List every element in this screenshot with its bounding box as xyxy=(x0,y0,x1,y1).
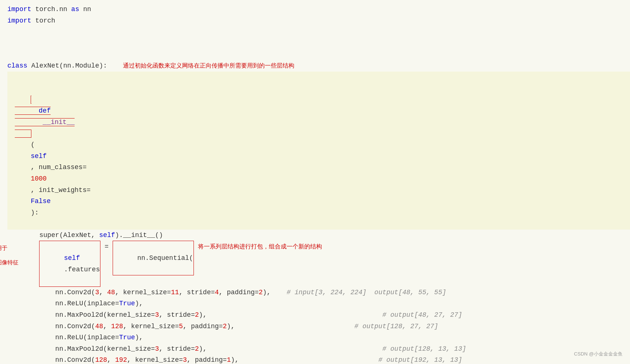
false1: False xyxy=(31,198,51,205)
def-box: def __init__ xyxy=(15,96,75,138)
code-line-relu1: nn.ReLU(inplace= True ), xyxy=(7,298,630,309)
watermark: CSDN @小金金金金鱼 xyxy=(574,350,623,358)
comment-conv2: # output[128, 27, 27] xyxy=(355,321,438,332)
num1000: 1000 xyxy=(31,175,47,182)
left-ann-line2: 提取图像特征 xyxy=(0,259,18,265)
code-line-blank3 xyxy=(7,49,630,60)
keyword-def: def xyxy=(39,107,51,114)
nn-sequential-box: nn.Sequential( xyxy=(113,241,194,275)
keyword-class: class xyxy=(7,60,27,72)
left-ann-line1: 专门用于 xyxy=(0,245,7,251)
sequential-annotation: 将一系列层结构进行打包，组合成一个新的结构 xyxy=(198,241,322,251)
func-name: __init__ xyxy=(39,119,75,126)
code-line-conv3: nn.Conv2d( 128 , 192 , kernel_size= 3 , … xyxy=(7,354,630,364)
code-line-2: import torch xyxy=(7,15,630,27)
code-line-1: import torch.nn as nn xyxy=(7,4,630,15)
code-line-class: class AlexNet(nn.Module): 通过初始化函数来定义网络在正… xyxy=(7,60,630,72)
code-line-relu2: nn.ReLU(inplace= True ), xyxy=(7,332,630,343)
comment-maxpool2: # output[128, 13, 13] xyxy=(382,343,466,355)
code-line-maxpool2: nn.MaxPool2d(kernel_size= 3 , stride= 2 … xyxy=(7,343,630,355)
comment-conv1: # input[3, 224, 224] output[48, 55, 55] xyxy=(287,287,446,298)
code-line-blank1 xyxy=(7,26,630,38)
code-line-blank2 xyxy=(7,38,630,49)
code-line-conv2: nn.Conv2d( 48 , 128 , kernel_size= 5 , p… xyxy=(7,321,630,332)
comment-conv3: # output[192, 13, 13] xyxy=(379,354,462,364)
code-line-super: super(AlexNet, self ).__init__() xyxy=(7,230,630,241)
code-line-maxpool1: nn.MaxPool2d(kernel_size= 3 , stride= 2 … xyxy=(7,309,630,321)
keyword-import2: import xyxy=(7,15,31,27)
comment-maxpool1: # output[48, 27, 27] xyxy=(382,309,462,321)
code-line-conv1: nn.Conv2d( 3 , 48 , kernel_size= 11 , st… xyxy=(7,287,630,298)
keyword-import: import xyxy=(7,4,31,15)
left-annotation: 专门用于 提取图像特征 xyxy=(0,237,4,273)
self2: self xyxy=(99,230,115,241)
code-line-features: 专门用于 提取图像特征 self .features = nn.Sequenti… xyxy=(7,241,630,286)
code-container: import torch.nn as nn import torch class… xyxy=(0,0,630,364)
class-annotation: 通过初始化函数来定义网络在正向传播中所需要用到的一些层结构 xyxy=(123,61,294,71)
self-features-box: self .features xyxy=(39,241,100,286)
code-line-init: def __init__ ( self , num_classes= 1000 … xyxy=(7,72,630,230)
self1: self xyxy=(31,152,47,160)
keyword-as: as xyxy=(71,4,79,15)
self3: self xyxy=(64,254,80,262)
